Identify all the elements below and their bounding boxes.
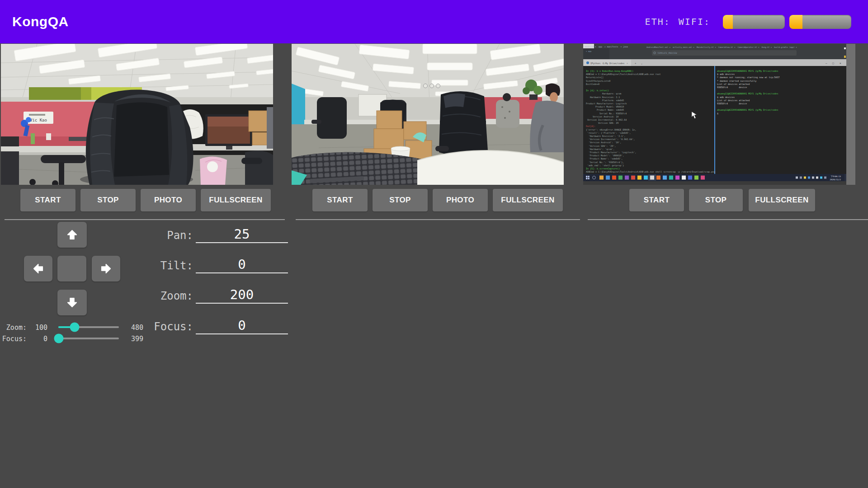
svg-text:ExitCode=0: ExitCode=0 xyxy=(586,83,599,85)
svg-text:ADBCmd = C:\EasyAVEngine\Tools: ADBCmd = C:\EasyAVEngine\Tools\Android\A… xyxy=(586,170,715,174)
svg-text:'Product Model': 'VR0019',: 'Product Model': 'VR0019', xyxy=(586,154,624,157)
svg-text:□: □ xyxy=(832,61,834,65)
svg-text:'adb_cmd': 'shell getprop'}: 'adb_cmd': 'shell getprop'} xyxy=(586,164,624,167)
app-header: KongQA ETH: WIFI: xyxy=(0,0,868,43)
wifi-signal-fill xyxy=(789,15,802,29)
network-status: ETH: WIFI: xyxy=(645,0,851,43)
pan-field[interactable] xyxy=(196,226,288,243)
up-arrow-icon xyxy=(66,229,78,241)
svg-text:In [4]: k.infos(): In [4]: k.infos() xyxy=(586,89,609,92)
console-window: IPython: G:My Drive/codes × + ⌄ – □ ✕ In… xyxy=(583,59,846,174)
svg-text:×: × xyxy=(627,62,628,65)
svg-text:In [3]: k = RobotRun.kong.Kong: In [3]: k = RobotRun.kong.KongADB() xyxy=(586,70,633,73)
keyboard xyxy=(292,152,424,185)
wifi-signal-bar xyxy=(789,15,851,29)
svg-text:SizeOfOutputList=0: SizeOfOutputList=0 xyxy=(586,80,610,83)
pan-right-button[interactable] xyxy=(92,256,120,282)
svg-text:'Version Incremental': '0.902.: 'Version Incremental': '0.902.64', xyxy=(586,138,635,141)
svg-text:Vic Kao: Vic Kao xyxy=(30,118,47,122)
svg-text:{'error': <KongError.RANGE_ERR: {'error': <KongError.RANGE_ERROR: 1>, xyxy=(586,128,636,131)
wifi-label: WIFI: xyxy=(679,16,710,27)
svg-text:* daemon not running; starting: * daemon not running; starting now at tc… xyxy=(717,76,779,79)
svg-text:Product Manufacturer: Logitech: Product Manufacturer: Logitech xyxy=(586,102,627,105)
svg-text:'Product Name': 'sdm845',: 'Product Name': 'sdm845', xyxy=(586,157,623,160)
camera-2-fullscreen-button[interactable]: FULLSCREEN xyxy=(493,189,563,211)
camera-1-stream: Vic Kao xyxy=(1,44,273,185)
svg-text:In [5]: k.screenCapture(): In [5]: k.screenCapture() xyxy=(586,167,620,170)
svg-text:IPython: G:My Drive/codes: IPython: G:My Drive/codes xyxy=(590,62,624,65)
svg-text:'Version SDK': '29',: 'Version SDK': '29', xyxy=(586,145,616,147)
svg-text:* daemon started successfully: * daemon started successfully xyxy=(717,80,756,83)
kongqa-app: KongQA ETH: WIFI: xyxy=(0,0,868,488)
camera-3-start-button[interactable]: START xyxy=(629,189,684,211)
right-arrow-icon xyxy=(100,263,112,275)
camera-1-view[interactable]: Vic Kao xyxy=(1,44,273,185)
eth-signal-fill xyxy=(723,15,733,29)
svg-text:$ adb devices: $ adb devices xyxy=(717,73,735,75)
camera-2-photo-button[interactable]: PHOTO xyxy=(433,189,488,211)
svg-text:'Hardware Revision': '2.1',: 'Hardware Revision': '2.1', xyxy=(586,135,625,137)
camera-1-stop-button[interactable]: STOP xyxy=(80,189,136,211)
focus-slider-min: 0 xyxy=(25,335,47,343)
svg-text:'result': {'Platform': 'sdm845: 'result': {'Platform': 'sdm845', xyxy=(586,131,631,134)
camera-2-view[interactable] xyxy=(292,44,564,185)
svg-text:Android ▾ app ▸ manifests ▾: Android ▾ app ▸ manifests ▾ java xyxy=(585,46,628,48)
svg-text:Serial No.: 93858fc4: Serial No.: 93858fc4 xyxy=(586,112,627,115)
divider-camera-2 xyxy=(296,219,580,220)
camera-1-photo-button[interactable]: PHOTO xyxy=(141,189,196,211)
svg-text:–: – xyxy=(826,61,827,65)
svg-text:ahuang11@62209346N8001 MSYS /g: ahuang11@62209346N8001 MSYS /g/My Drive/… xyxy=(717,108,778,112)
divider-camera-3 xyxy=(588,219,868,220)
camera-3-stop-button[interactable]: STOP xyxy=(689,189,743,211)
svg-text:List of devices attached: List of devices attached xyxy=(717,99,750,102)
svg-text:Out[4]:: Out[4]: xyxy=(586,125,595,127)
svg-text:93858fc4 device: 93858fc4 device xyxy=(717,102,747,105)
svg-text:ReturnList=[]: ReturnList=[] xyxy=(586,76,604,79)
svg-text:Product Name: sdm845: Product Name: sdm845 xyxy=(586,108,624,111)
camera-3-fullscreen-button[interactable]: FULLSCREEN xyxy=(749,189,815,211)
focus-slider[interactable] xyxy=(58,338,119,339)
eth-label: ETH: xyxy=(645,16,670,27)
camera-2-start-button[interactable]: START xyxy=(312,189,368,211)
taskbar-app-icons xyxy=(599,176,705,180)
pan-left-button[interactable] xyxy=(24,256,52,282)
svg-text:'Version Android': '10',: 'Version Android': '10', xyxy=(586,141,621,144)
taskbar-clock-time: 下午04:13 xyxy=(830,175,841,178)
camera-2-stop-button[interactable]: STOP xyxy=(373,189,428,211)
screen-edge xyxy=(846,44,855,185)
tilt-field[interactable] xyxy=(196,256,288,273)
pan-down-button[interactable] xyxy=(57,290,87,315)
camera-1-start-button[interactable]: START xyxy=(20,189,75,211)
pan-up-button[interactable] xyxy=(57,222,87,248)
svg-text:Platform: sdm845: Platform: sdm845 xyxy=(586,99,624,102)
monitor xyxy=(205,114,252,150)
svg-text:ahuang11@62209346N8001 MSYS /g: ahuang11@62209346N8001 MSYS /g/My Drive/… xyxy=(717,92,778,95)
zoom-field[interactable] xyxy=(196,286,288,304)
focus-field[interactable] xyxy=(196,317,288,334)
pan-home-button[interactable] xyxy=(57,256,86,282)
focus-slider-thumb[interactable] xyxy=(54,334,64,343)
svg-text:List of devices attached: List of devices attached xyxy=(717,83,750,85)
big-chair-with-jacket xyxy=(435,91,488,156)
svg-text:ahuang11@62209346N8001 MSYS /g: ahuang11@62209346N8001 MSYS /g/My Drive/… xyxy=(717,70,778,73)
svg-text:▾ app: ▾ app xyxy=(586,50,592,52)
svg-text:AndroidManifest.xml × activit: AndroidManifest.xml × activity_main.xml … xyxy=(646,46,797,48)
focus-field-label: Focus: xyxy=(118,320,193,333)
zoom-slider-min: 100 xyxy=(25,324,47,332)
svg-text:✕: ✕ xyxy=(840,61,841,65)
camera-1-fullscreen-button[interactable]: FULLSCREEN xyxy=(201,189,271,211)
svg-text:Version Incremental: 0.902.64: Version Incremental: 0.902.64 xyxy=(586,118,627,121)
divider-camera-1 xyxy=(5,219,285,220)
camera-3-view[interactable]: Android ▾ app ▸ manifests ▾ java ▾ app A… xyxy=(583,44,855,185)
focus-slider-label: Focus: xyxy=(0,335,27,343)
camera-2-stream xyxy=(292,44,564,185)
svg-text:ADBCmd = C:\EasyAVEngine\Tools: ADBCmd = C:\EasyAVEngine\Tools\Android\A… xyxy=(586,73,661,76)
svg-text:93858fc4 device: 93858fc4 device xyxy=(717,86,747,89)
down-arrow-icon xyxy=(66,296,78,309)
left-arrow-icon xyxy=(32,263,44,275)
svg-text:'Product Manufacturer': 'Logit: 'Product Manufacturer': 'Logitech', xyxy=(586,151,636,154)
zoom-slider-thumb[interactable] xyxy=(70,323,80,332)
zoom-slider[interactable] xyxy=(58,326,119,328)
svg-text:'Serial No.': '93858fc4'},: 'Serial No.': '93858fc4'}, xyxy=(586,161,624,164)
pan-field-label: Pan: xyxy=(118,229,193,242)
